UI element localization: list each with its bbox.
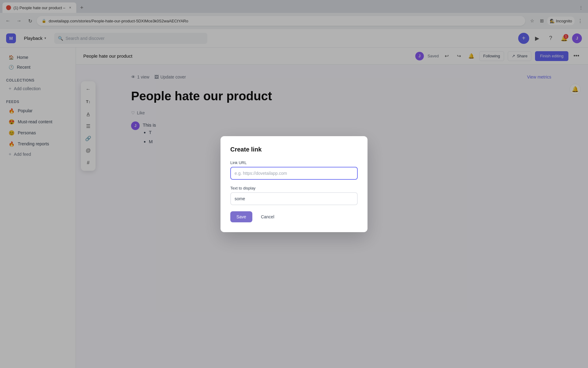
text-display-group: Text to display — [230, 186, 358, 205]
modal-actions: Save Cancel — [230, 211, 358, 222]
modal-title: Create link — [230, 146, 358, 153]
modal-overlay[interactable]: Create link Link URL Text to display Sav… — [0, 0, 588, 368]
create-link-modal: Create link Link URL Text to display Sav… — [221, 136, 368, 232]
modal-save-button[interactable]: Save — [230, 211, 252, 222]
modal-cancel-button[interactable]: Cancel — [256, 211, 279, 222]
text-display-input[interactable] — [230, 192, 358, 205]
link-url-label: Link URL — [230, 160, 358, 165]
link-url-input[interactable] — [230, 167, 358, 180]
text-display-label: Text to display — [230, 186, 358, 190]
link-url-group: Link URL — [230, 160, 358, 180]
